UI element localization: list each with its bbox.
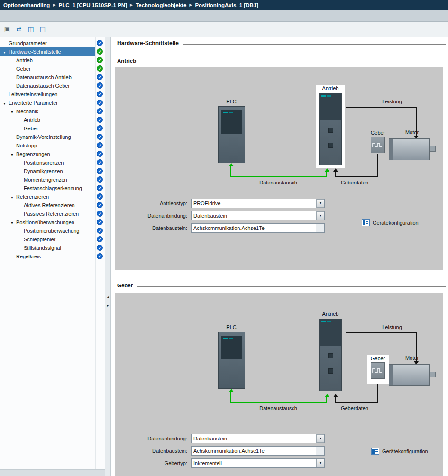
siemens-teal-mark-icon xyxy=(223,112,228,113)
pane-splitter[interactable]: ◄ ► xyxy=(105,37,111,476)
datenbaustein-field[interactable]: Achskommunikation.Achse1Te xyxy=(191,223,325,233)
geber-panel: PLCAntriebLeistungGeberMotorDatenaustaus… xyxy=(115,293,443,476)
tree-item-mechanik[interactable]: ▼Mechanik✓ xyxy=(0,107,105,116)
plc-screen xyxy=(221,336,242,359)
status-check-icon: ✓ xyxy=(97,48,103,55)
tree-item-dynamikgrenzen[interactable]: Dynamikgrenzen✓ xyxy=(0,167,105,175)
tree-item-regelkreis[interactable]: Regelkreis✓ xyxy=(0,252,105,261)
breadcrumb-item-plc-1-cpu-1510sp-1-pn[interactable]: PLC_1 [CPU 1510SP-1 PN] xyxy=(59,2,127,8)
status-check-icon: ✓ xyxy=(97,100,103,106)
tree-item-stillstandssignal[interactable]: Stillstandssignal✓ xyxy=(0,244,105,252)
tree-item-leitwerteinstellungen[interactable]: Leitwerteinstellungen✓ xyxy=(0,90,105,99)
datenanbindung-field[interactable]: Datenbaustein▼ xyxy=(191,434,325,443)
split-view-icon[interactable]: ◫ xyxy=(26,24,36,35)
sync-scroll-icon[interactable]: ⇄ xyxy=(14,24,24,35)
title-strip xyxy=(0,10,448,22)
status-check-icon: ✓ xyxy=(97,151,103,157)
geber-section-title-row: Geber xyxy=(117,283,446,288)
list-view-icon[interactable]: ▤ xyxy=(37,24,48,35)
arrow-up-icon xyxy=(333,168,338,172)
drive-port-icon xyxy=(328,368,333,374)
navigation-sidebar: Grundparameter✓▼Hardware-Schnittstelle✓A… xyxy=(0,37,105,476)
breadcrumb-item-technologieobjekte[interactable]: Technologieobjekte xyxy=(136,2,186,8)
geber-label: Geber xyxy=(367,129,389,137)
tree-item-begrenzungen[interactable]: ▼Begrenzungen✓ xyxy=(0,150,105,158)
siemens-teal-mark-icon xyxy=(321,95,326,97)
pulse-icon xyxy=(372,142,384,148)
application-window: Optionenhandling▶PLC_1 [CPU 1510SP-1 PN]… xyxy=(0,0,448,476)
plc-label: PLC xyxy=(222,99,241,104)
device-configuration-label: Gerätekonfiguration xyxy=(373,220,419,226)
function-diagram-icon[interactable]: ▣ xyxy=(2,24,12,35)
tree-item-label: Aktives Referenzieren xyxy=(24,202,75,208)
tree-item-label: Notstopp xyxy=(16,143,37,148)
tree-item-referenzieren[interactable]: ▼Referenzieren✓ xyxy=(0,192,105,201)
tree-item-positionsüberwachungen[interactable]: ▼Positionsüberwachungen✓ xyxy=(0,218,105,227)
collapse-left-icon[interactable]: ◄ xyxy=(106,294,110,301)
datenanbindung-field[interactable]: Datenbaustein▼ xyxy=(191,211,325,220)
geberdaten-line xyxy=(377,384,378,403)
drive-device xyxy=(319,319,342,391)
browse-button[interactable] xyxy=(316,224,324,232)
tree-item-grundparameter[interactable]: Grundparameter✓ xyxy=(0,39,105,47)
device-configuration-link[interactable]: Gerätekonfiguration xyxy=(362,219,419,226)
workspace: Grundparameter✓▼Hardware-Schnittstelle✓A… xyxy=(0,37,448,476)
motor-shaft xyxy=(430,146,436,152)
tree-item-momentengrenzen[interactable]: Momentengrenzen✓ xyxy=(0,175,105,184)
tree-item-aktives-referenzieren[interactable]: Aktives Referenzieren✓ xyxy=(0,201,105,210)
browse-grid-icon xyxy=(318,449,322,453)
antrieb-label: Antrieb xyxy=(316,85,345,92)
datenaustausch-label: Datenaustausch xyxy=(248,405,308,411)
plc-device xyxy=(218,106,245,163)
dropdown-arrow-button[interactable]: ▼ xyxy=(316,199,324,208)
sidebar-scrollbar[interactable] xyxy=(0,469,105,476)
tree-item-positionsgrenzen[interactable]: Positionsgrenzen✓ xyxy=(0,158,105,167)
antrieb-section-title: Antrieb xyxy=(117,58,136,64)
browse-button[interactable] xyxy=(316,447,324,455)
dropdown-arrow-button[interactable]: ▼ xyxy=(316,434,324,443)
dropdown-arrow-button[interactable]: ▼ xyxy=(316,459,324,467)
motor-device xyxy=(389,138,430,160)
status-check-icon: ✓ xyxy=(97,40,103,46)
plc-label: PLC xyxy=(222,324,241,330)
tree-item-geber[interactable]: Geber✓ xyxy=(0,64,105,73)
geber-label: Geber xyxy=(367,355,389,362)
tree-item-antrieb[interactable]: Antrieb✓ xyxy=(0,116,105,124)
breadcrumb-item-optionenhandling[interactable]: Optionenhandling xyxy=(3,2,50,8)
geberdaten-line xyxy=(335,397,336,402)
geber-section-title: Geber xyxy=(117,283,133,288)
status-check-icon: ✓ xyxy=(97,117,103,123)
main-content: Hardware-Schnittstelle Antrieb PLCAntrie… xyxy=(111,37,448,476)
tree-item-geber[interactable]: Geber✓ xyxy=(0,124,105,133)
status-check-icon: ✓ xyxy=(97,82,103,89)
device-configuration-link[interactable]: Gerätekonfiguration xyxy=(371,448,428,455)
collapse-right-icon[interactable]: ► xyxy=(106,302,110,309)
status-check-icon: ✓ xyxy=(97,185,103,191)
tree-item-hardware-schnittstelle[interactable]: ▼Hardware-Schnittstelle✓ xyxy=(0,47,105,56)
arrow-up-icon xyxy=(333,394,338,397)
motor-device xyxy=(389,364,430,386)
tree-item-datenaustausch-geber[interactable]: Datenaustausch Geber✓ xyxy=(0,82,105,90)
tree-item-label: Positionierüberwachung xyxy=(24,228,79,234)
tree-item-datenaustausch-antrieb[interactable]: Datenaustausch Antrieb✓ xyxy=(0,73,105,82)
device-configuration-icon xyxy=(371,448,379,455)
tree-item-antrieb[interactable]: Antrieb✓ xyxy=(0,56,105,64)
tree-item-festanschlagserkennung[interactable]: Festanschlagserkennung✓ xyxy=(0,184,105,192)
antriebstyp-field[interactable]: PROFIdrive▼ xyxy=(191,199,325,208)
tree-item-notstopp[interactable]: Notstopp✓ xyxy=(0,141,105,150)
page-title-row: Hardware-Schnittstelle xyxy=(117,40,446,46)
tree-item-passives-referenzieren[interactable]: Passives Referenzieren✓ xyxy=(0,210,105,218)
dropdown-arrow-button[interactable]: ▼ xyxy=(316,211,324,220)
tree-item-positionierüberwachung[interactable]: Positionierüberwachung✓ xyxy=(0,227,105,235)
tree-item-erweiterte-parameter[interactable]: ▼Erweiterte Parameter✓ xyxy=(0,99,105,107)
breadcrumb: Optionenhandling▶PLC_1 [CPU 1510SP-1 PN]… xyxy=(0,0,448,10)
tree-item-label: Hardware-Schnittstelle xyxy=(9,49,61,55)
datenbaustein-field[interactable]: Achskommunikation.Achse1Te xyxy=(191,446,325,456)
status-check-icon: ✓ xyxy=(97,211,103,217)
breadcrumb-item-positioningaxis-1-db1[interactable]: PositioningAxis_1 [DB1] xyxy=(195,2,258,8)
page-title: Hardware-Schnittstelle xyxy=(117,40,179,46)
tree-item-schleppfehler[interactable]: Schleppfehler✓ xyxy=(0,235,105,244)
tree-item-dynamik-voreinstellung[interactable]: Dynamik-Voreinstellung✓ xyxy=(0,133,105,141)
field-value: Achskommunikation.Achse1Te xyxy=(192,448,316,454)
gebertyp-field[interactable]: Inkrementell▼ xyxy=(191,458,325,468)
